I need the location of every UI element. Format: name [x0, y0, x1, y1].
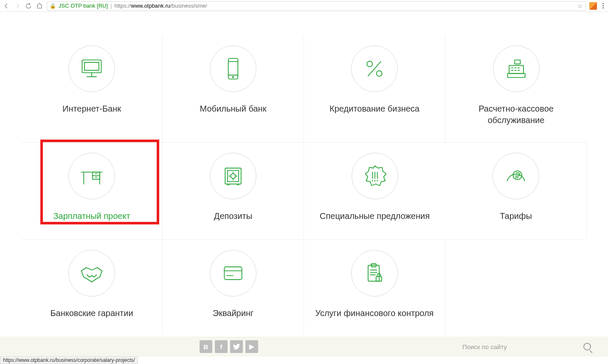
url-text: https://www.otpbank.ru/business/sme/	[114, 3, 207, 9]
tile-label[interactable]: Зарплатный проект	[53, 210, 130, 223]
tile-label: Услуги финансового контроля	[315, 308, 434, 319]
secure-origin-label: JSC OTP bank [RU]	[59, 3, 108, 9]
page-footer: B f ▶ Поиск по сайту	[0, 336, 608, 357]
tile-salary-project[interactable]: Зарплатный проект	[21, 142, 163, 239]
vk-icon[interactable]: B	[200, 340, 212, 353]
search-icon[interactable]	[583, 343, 591, 350]
tile-credit[interactable]: Кредитование бизнеса	[304, 35, 445, 142]
svg-point-9	[377, 71, 382, 76]
tile-label: Расчетно-кассовое обслуживание	[450, 103, 583, 126]
tile-empty	[445, 239, 587, 335]
reload-button[interactable]	[25, 2, 32, 10]
svg-rect-12	[507, 73, 525, 77]
tile-deposits[interactable]: Депозиты	[163, 142, 304, 239]
svg-rect-11	[509, 66, 524, 74]
status-bar: https://www.otpbank.ru/business/corporat…	[0, 356, 138, 364]
clipboard-lock-icon	[351, 250, 398, 297]
tile-acquiring[interactable]: Эквайринг	[163, 239, 304, 335]
handshake-icon	[68, 250, 115, 297]
tile-label: Мобильный банк	[200, 103, 267, 115]
svg-rect-0	[82, 60, 101, 73]
svg-marker-36	[365, 166, 386, 186]
svg-point-8	[367, 61, 372, 67]
credit-card-icon	[210, 250, 256, 297]
tile-internet-bank[interactable]: Интернет-Банк	[21, 35, 163, 142]
lock-icon: 🔒	[50, 3, 56, 9]
facebook-icon[interactable]: f	[215, 340, 228, 353]
browser-toolbar: 🔒 JSC OTP bank [RU] | https://www.otpban…	[0, 0, 608, 12]
cash-register-icon	[493, 45, 540, 92]
tile-mobile-bank[interactable]: Мобильный банк	[163, 35, 304, 142]
social-links: B f ▶	[200, 340, 258, 353]
tile-label: Тарифы	[500, 210, 532, 222]
desk-icon	[68, 153, 115, 199]
tile-label: Депозиты	[214, 210, 252, 222]
tile-label: Интернет-Банк	[62, 103, 121, 115]
page-body: Интернет-Банк Мобильный банк Кредитовани…	[0, 12, 608, 364]
twitter-icon[interactable]	[230, 340, 243, 353]
svg-line-10	[368, 62, 381, 76]
back-button[interactable]	[3, 2, 10, 10]
svg-point-40	[372, 180, 373, 182]
svg-rect-1	[84, 62, 99, 70]
address-bar[interactable]: 🔒 JSC OTP bank [RU] | https://www.otpban…	[47, 1, 586, 11]
smartphone-icon	[210, 45, 256, 92]
percent-icon	[351, 45, 398, 92]
svg-rect-13	[515, 60, 520, 64]
monitor-icon	[68, 45, 115, 92]
status-url: https://www.otpbank.ru/business/corporat…	[3, 357, 135, 363]
safe-icon	[210, 153, 256, 199]
tile-label: Банковские гарантии	[50, 308, 133, 319]
tile-financial-control[interactable]: Услуги финансового контроля	[304, 239, 445, 335]
browser-menu-button[interactable]	[600, 2, 605, 9]
svg-point-41	[374, 180, 375, 182]
svg-rect-45	[224, 267, 242, 280]
ruble-coin-icon	[493, 153, 539, 199]
tile-label: Кредитование бизнеса	[329, 103, 419, 115]
tile-label: Эквайринг	[213, 308, 253, 319]
search-placeholder-text[interactable]: Поиск по сайту	[462, 343, 507, 350]
bookmark-star-icon[interactable]: ☆	[577, 3, 583, 9]
tile-special-offers[interactable]: Специальные предложения	[304, 142, 445, 239]
svg-point-42	[377, 180, 378, 182]
youtube-icon[interactable]: ▶	[245, 340, 258, 353]
forward-button[interactable]	[14, 2, 21, 10]
tile-bank-guarantees[interactable]: Банковские гарантии	[21, 239, 163, 335]
svg-rect-48	[368, 265, 379, 281]
extension-icon[interactable]	[589, 2, 597, 10]
tile-label: Специальные предложения	[320, 210, 430, 222]
tile-tariffs[interactable]: Тарифы	[445, 142, 587, 239]
svg-point-29	[231, 174, 235, 178]
home-button[interactable]	[36, 2, 43, 10]
badge-exclaim-icon	[352, 153, 398, 199]
tile-rko[interactable]: Расчетно-кассовое обслуживание	[445, 35, 587, 142]
svg-point-7	[233, 76, 234, 78]
